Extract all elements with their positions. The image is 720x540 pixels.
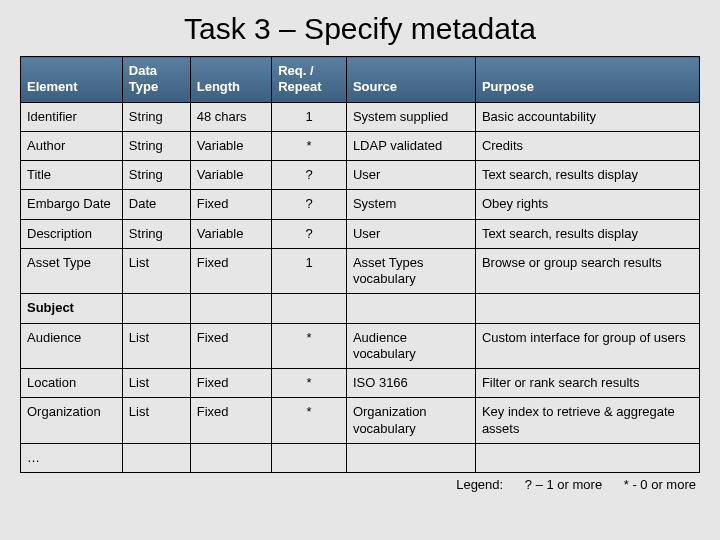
ellipsis-row: … xyxy=(21,443,700,472)
cell-source: Asset Types vocabulary xyxy=(346,248,475,294)
cell-length: Variable xyxy=(190,219,271,248)
table-row: Author String Variable * LDAP validated … xyxy=(21,131,700,160)
col-length: Length xyxy=(190,57,271,103)
cell-datatype: Date xyxy=(122,190,190,219)
cell-element: Location xyxy=(21,369,123,398)
col-element: Element xyxy=(21,57,123,103)
cell-req: ? xyxy=(272,161,347,190)
blank-cell xyxy=(190,443,271,472)
blank-cell xyxy=(190,294,271,323)
cell-datatype: String xyxy=(122,161,190,190)
cell-source: User xyxy=(346,161,475,190)
cell-length: Fixed xyxy=(190,369,271,398)
cell-req: 1 xyxy=(272,248,347,294)
cell-purpose: Credits xyxy=(475,131,699,160)
cell-source: Audience vocabulary xyxy=(346,323,475,369)
cell-purpose: Key index to retrieve & aggregate assets xyxy=(475,398,699,444)
legend-star: * - 0 or more xyxy=(624,477,696,492)
blank-cell xyxy=(122,294,190,323)
cell-length: Variable xyxy=(190,161,271,190)
cell-purpose: Browse or group search results xyxy=(475,248,699,294)
cell-length: Fixed xyxy=(190,323,271,369)
cell-req: ? xyxy=(272,219,347,248)
cell-element: Identifier xyxy=(21,102,123,131)
cell-element: Audience xyxy=(21,323,123,369)
cell-source: System supplied xyxy=(346,102,475,131)
table-row: Identifier String 48 chars 1 System supp… xyxy=(21,102,700,131)
table-row: Title String Variable ? User Text search… xyxy=(21,161,700,190)
section-label: Subject xyxy=(21,294,123,323)
cell-length: Fixed xyxy=(190,190,271,219)
blank-cell xyxy=(122,443,190,472)
table-row: Organization List Fixed * Organization v… xyxy=(21,398,700,444)
table-row: Description String Variable ? User Text … xyxy=(21,219,700,248)
cell-datatype: List xyxy=(122,248,190,294)
cell-purpose: Text search, results display xyxy=(475,219,699,248)
section-row: Subject xyxy=(21,294,700,323)
cell-source: Organization vocabulary xyxy=(346,398,475,444)
cell-length: 48 chars xyxy=(190,102,271,131)
cell-datatype: String xyxy=(122,102,190,131)
blank-cell xyxy=(272,443,347,472)
cell-source: ISO 3166 xyxy=(346,369,475,398)
cell-datatype: List xyxy=(122,398,190,444)
cell-element: Description xyxy=(21,219,123,248)
cell-datatype: List xyxy=(122,323,190,369)
col-purpose: Purpose xyxy=(475,57,699,103)
legend-q: ? – 1 or more xyxy=(525,477,602,492)
cell-purpose: Basic accountability xyxy=(475,102,699,131)
ellipsis-cell: … xyxy=(21,443,123,472)
blank-cell xyxy=(346,443,475,472)
cell-length: Variable xyxy=(190,131,271,160)
cell-source: System xyxy=(346,190,475,219)
cell-element: Asset Type xyxy=(21,248,123,294)
cell-purpose: Custom interface for group of users xyxy=(475,323,699,369)
blank-cell xyxy=(475,443,699,472)
cell-req: * xyxy=(272,398,347,444)
col-req: Req. / Repeat xyxy=(272,57,347,103)
cell-datatype: String xyxy=(122,219,190,248)
blank-cell xyxy=(272,294,347,323)
table-row: Embargo Date Date Fixed ? System Obey ri… xyxy=(21,190,700,219)
cell-element: Organization xyxy=(21,398,123,444)
col-source: Source xyxy=(346,57,475,103)
cell-req: * xyxy=(272,131,347,160)
cell-datatype: List xyxy=(122,369,190,398)
legend-label: Legend: xyxy=(456,477,503,492)
cell-length: Fixed xyxy=(190,248,271,294)
slide: Task 3 – Specify metadata Element Data T… xyxy=(0,0,720,540)
cell-element: Title xyxy=(21,161,123,190)
blank-cell xyxy=(475,294,699,323)
cell-datatype: String xyxy=(122,131,190,160)
cell-req: 1 xyxy=(272,102,347,131)
legend: Legend: ? – 1 or more * - 0 or more xyxy=(20,477,700,492)
cell-source: LDAP validated xyxy=(346,131,475,160)
cell-req: * xyxy=(272,369,347,398)
cell-purpose: Obey rights xyxy=(475,190,699,219)
cell-length: Fixed xyxy=(190,398,271,444)
cell-req: * xyxy=(272,323,347,369)
table-header-row: Element Data Type Length Req. / Repeat S… xyxy=(21,57,700,103)
cell-req: ? xyxy=(272,190,347,219)
table-row: Location List Fixed * ISO 3166 Filter or… xyxy=(21,369,700,398)
cell-element: Embargo Date xyxy=(21,190,123,219)
table-row: Audience List Fixed * Audience vocabular… xyxy=(21,323,700,369)
cell-source: User xyxy=(346,219,475,248)
cell-purpose: Filter or rank search results xyxy=(475,369,699,398)
cell-element: Author xyxy=(21,131,123,160)
col-datatype: Data Type xyxy=(122,57,190,103)
metadata-table: Element Data Type Length Req. / Repeat S… xyxy=(20,56,700,473)
table-row: Asset Type List Fixed 1 Asset Types voca… xyxy=(21,248,700,294)
blank-cell xyxy=(346,294,475,323)
cell-purpose: Text search, results display xyxy=(475,161,699,190)
slide-title: Task 3 – Specify metadata xyxy=(20,12,700,46)
